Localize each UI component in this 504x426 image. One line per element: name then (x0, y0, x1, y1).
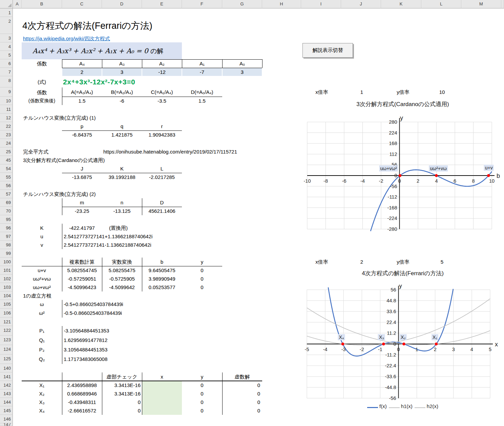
cell-sol-t[interactable]: -2.66616572 (62, 406, 102, 415)
row-header-4[interactable]: 4 (0, 42, 13, 51)
quartic-solution-chart[interactable]: -5-4-3-2-10123455644.833.622.411.20-11.2… (301, 285, 504, 420)
cell-pqr-value[interactable]: 1.421875 (102, 130, 142, 139)
cell-a0-value[interactable]: 3 (223, 68, 262, 76)
row-header-104[interactable]: 104 (0, 291, 13, 300)
cell-sol-im[interactable]: 0 (222, 406, 260, 415)
row-header-123[interactable]: 123 (0, 336, 13, 345)
cell-pq-value[interactable]: -3.10564884451353 (64, 326, 109, 336)
cell-sol-header[interactable]: y (182, 372, 222, 381)
column-header-K[interactable]: K (381, 0, 421, 8)
column-header-J[interactable]: J (341, 0, 381, 8)
cell-cx-y[interactable]: 0 (182, 283, 222, 291)
row-header-101[interactable]: 101 (0, 266, 13, 275)
cell-sol-header[interactable]: 虚数解 (222, 372, 262, 381)
column-header-B[interactable]: B (22, 0, 62, 8)
column-headers[interactable]: ABCDEFGHIJKLM (13, 0, 504, 8)
cell-coeff-header[interactable]: A₀ (222, 59, 262, 68)
row-header-125[interactable]: 125 (0, 354, 13, 364)
row-header-103[interactable]: 103 (0, 283, 13, 291)
cell-sol-t[interactable]: 2.436958898 (62, 381, 102, 389)
select-all-corner[interactable] (0, 0, 13, 8)
cell-sol-y[interactable]: 0 (182, 406, 222, 415)
row-header-11[interactable]: 11 (0, 105, 13, 114)
cell-mnd-value[interactable]: 45621.1406 (142, 207, 182, 215)
row-header-25[interactable]: 25 (0, 147, 13, 156)
toggle-explanation-button[interactable]: 解説表示切替 (302, 43, 353, 58)
row-header-147[interactable]: 147 (0, 423, 13, 426)
cell-pqr-header[interactable]: r (142, 122, 182, 130)
row-header-1[interactable]: 1 (0, 8, 13, 17)
cell-cx-c2[interactable]: -0.5725905 (102, 275, 142, 283)
row-header-145[interactable]: 145 (0, 406, 13, 415)
cell-cx-c2[interactable]: -4.5099642 (102, 283, 142, 291)
chart1-yscale-label[interactable]: y倍率 (383, 87, 423, 97)
row-header-55[interactable]: 55 (0, 173, 13, 181)
cell-a3-value[interactable]: 3 (102, 68, 142, 76)
cell-cx-header[interactable]: 複素数計算 (62, 258, 102, 266)
cell-mnd-value[interactable]: -23.25 (62, 207, 102, 215)
cell-sol-im[interactable]: 0 (222, 381, 260, 389)
cell-k-label[interactable]: K (22, 224, 62, 232)
cell-pq-label[interactable]: P₂ (22, 345, 62, 354)
cell-shiki-label[interactable]: (式) (22, 78, 62, 86)
cell-cx-b[interactable]: 3.98990949 (142, 275, 182, 283)
cell-sol-label[interactable]: X₂ (22, 389, 62, 398)
cell-mnd-header[interactable]: m (62, 198, 102, 207)
cell-sol-imcheck[interactable]: 3.3413E-16 (102, 381, 141, 389)
cell-omega2-value[interactable]: -0.5-0.866025403784439i (64, 309, 122, 318)
cell-a2-value[interactable]: -12 (142, 68, 182, 76)
cell-tschirnhaus1-label[interactable]: チルンハウス変換(立方完成) (1) (23, 114, 96, 122)
row-header-22[interactable]: 22 (0, 122, 13, 130)
column-header-M[interactable]: M (461, 0, 501, 8)
cell-mnd-header[interactable]: D (142, 198, 182, 207)
row-header-95[interactable]: 95 (0, 215, 13, 224)
row-header-6[interactable]: 6 (0, 59, 13, 68)
cell-pq-value[interactable]: 1.62956991477812 (64, 336, 107, 345)
cell-imag-cube-label[interactable]: 1の虚立方根 (23, 291, 51, 300)
cell-coeff2-value[interactable]: -3.5 (142, 97, 182, 105)
cubic-resolvent-chart[interactable]: -10-8-6-4-20246810280224168112560-56-112… (301, 115, 504, 234)
cell-cx-b[interactable]: 0.05253577 (142, 283, 182, 291)
cell-k-value[interactable]: -422.41797 (62, 224, 102, 232)
row-header-3[interactable]: 3 (0, 34, 13, 42)
row-header-124[interactable]: 124 (0, 345, 13, 354)
cell-coeff-label[interactable]: 係数 (22, 59, 62, 68)
row-header-7[interactable]: 7 (0, 68, 13, 76)
cell-cx-c1[interactable]: 5.082554745 (62, 266, 102, 275)
row-header-23[interactable]: 23 (0, 130, 13, 139)
row-header-70[interactable]: 70 (0, 207, 13, 215)
cell-cx-header[interactable]: 実数変換 (102, 258, 142, 266)
cell-jkl-header[interactable]: L (142, 164, 182, 173)
quartic-formula-box[interactable]: A₄x⁴ + A₃x³ + A₂x² + A₁x + A₀ = 0 の解 (22, 42, 182, 59)
cell-coeff2-sub[interactable]: (係数変換後) (22, 97, 62, 105)
wikipedia-link[interactable]: https://ja.wikipedia.org/wiki/四次方程式 (23, 34, 110, 43)
row-header-12[interactable]: 12 (0, 114, 13, 122)
row-header-143[interactable]: 143 (0, 389, 13, 398)
row-header-142[interactable]: 142 (0, 381, 13, 389)
cell-sol-t[interactable]: 0.668689946 (62, 389, 102, 398)
cell-sol-imcheck[interactable]: 0 (102, 406, 141, 415)
row-header-56[interactable]: 56 (0, 181, 13, 190)
column-header-I[interactable]: I (301, 0, 341, 8)
cell-coeff2-header[interactable]: C(=A₁/A₄) (142, 87, 182, 97)
row-header-140[interactable]: 140 (0, 364, 13, 372)
cell-coeff2-label[interactable]: 係数 (22, 88, 62, 97)
cell-coeff2-value[interactable]: 1.5 (182, 97, 222, 105)
row-header-5[interactable]: 5 (0, 51, 13, 59)
cell-jkl-header[interactable]: K (102, 164, 142, 173)
cell-pq-label[interactable]: Q₂ (22, 354, 62, 364)
row-header-99[interactable]: 99 (0, 249, 13, 258)
cell-pq-value[interactable]: 1.17173483065008 (64, 354, 107, 364)
column-header-partial[interactable] (501, 0, 504, 8)
row-header-105[interactable]: 105 (0, 300, 13, 309)
cell-pq-label[interactable]: P₁ (22, 326, 62, 336)
row-header-98[interactable]: 98 (0, 241, 13, 249)
cell-pq-label[interactable]: Q₁ (22, 336, 62, 345)
cell-sol-imcheck[interactable]: 3.3413E-16 (102, 389, 141, 398)
row-header-122[interactable]: 122 (0, 326, 13, 336)
cell-cx-y[interactable]: 0 (182, 266, 222, 275)
row-header-141[interactable]: 141 (0, 372, 13, 381)
cell-sol-label[interactable]: X₁ (22, 381, 62, 389)
cell-jkl-header[interactable]: J (62, 164, 102, 173)
column-header-D[interactable]: D (102, 0, 142, 8)
